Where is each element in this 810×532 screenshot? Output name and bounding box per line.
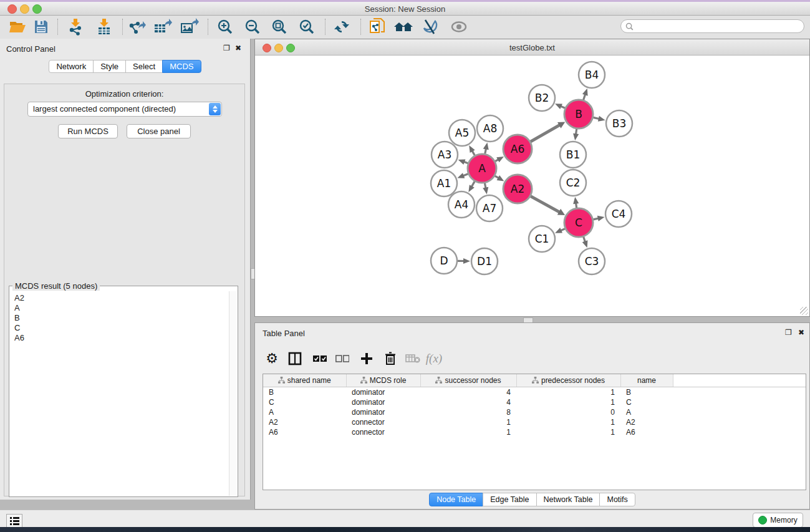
table-header[interactable]: shared nameMCDS rolesuccessor nodesprede… [263,374,806,387]
optimization-criterion-dropdown[interactable]: largest connected component (directed) [27,102,222,117]
select-all-columns-icon[interactable] [311,349,329,368]
tab-node-table[interactable]: Node Table [429,493,483,506]
table-cell[interactable]: A2 [263,417,346,427]
table-body[interactable]: Bdominator41BCdominator41CAdominator80AA… [263,387,806,438]
table-cell[interactable]: dominator [346,387,420,398]
zoom-fit-icon[interactable] [269,16,290,37]
window-resize-grip[interactable] [800,307,808,315]
table-row[interactable]: A6connector11A6 [263,427,806,437]
column-header[interactable]: shared name [263,374,346,387]
table-cell[interactable]: dominator [346,397,420,407]
export-image-icon[interactable] [179,16,200,37]
table-cell[interactable]: 1 [516,387,620,398]
deselect-all-columns-icon[interactable] [333,349,352,368]
graph-edge-arrow-icon [483,187,488,195]
table-row[interactable]: Cdominator41C [263,397,806,407]
attribute-table[interactable]: shared nameMCDS rolesuccessor nodesprede… [263,374,806,437]
close-panel-button[interactable]: Close panel [127,124,191,138]
table-row[interactable]: Adominator80A [263,407,806,417]
table-cell[interactable]: 4 [420,387,516,398]
tab-edge-table[interactable]: Edge Table [483,493,536,506]
run-mcds-button[interactable]: Run MCDS [58,124,118,138]
graph-node-label: D1 [477,255,492,268]
table-options-icon[interactable]: ⚙ [263,349,281,368]
search-input[interactable] [636,21,794,31]
table-cell[interactable]: 4 [420,397,516,407]
table-cell[interactable]: A6 [263,427,346,437]
graph-node-label: C3 [585,255,599,268]
export-network-icon[interactable] [126,16,147,37]
table-cell[interactable]: 1 [420,427,516,437]
mcds-result-list[interactable]: A2ABCA6 [10,291,229,496]
toolbar-separator [122,19,123,35]
import-network-icon[interactable] [65,16,86,37]
save-session-icon[interactable] [31,16,52,37]
column-header[interactable]: successor nodes [420,374,516,387]
column-header[interactable]: predecessor nodes [516,374,620,387]
result-item[interactable]: B [14,313,229,323]
import-table-icon[interactable] [94,16,115,37]
open-session-icon[interactable] [7,16,28,37]
table-cell[interactable]: B [620,387,673,398]
task-history-button[interactable] [6,514,22,528]
network-from-selection-icon[interactable] [367,16,388,37]
memory-button[interactable]: Memory [753,513,803,528]
float-table-panel-icon[interactable]: ❐ [785,329,792,336]
toggle-vizmapper-icon[interactable] [420,16,441,37]
graph-edge-arrow-icon [573,197,579,205]
table-cell[interactable]: A [620,407,673,417]
result-item[interactable]: A2 [14,293,229,303]
network-graph[interactable]: B4B2BB3A5A8A6A3B1AA1C2A2A4A7C4CC1C3DD1 [255,56,809,316]
graph-node-label: A8 [483,122,497,135]
table-cell[interactable]: C [263,397,346,407]
zoom-in-icon[interactable] [215,16,236,37]
tab-mcds[interactable]: MCDS [162,60,201,73]
column-header[interactable]: MCDS role [346,374,420,387]
table-cell[interactable]: 1 [420,417,516,427]
zoom-out-icon[interactable] [242,16,263,37]
result-item[interactable]: C [14,323,229,333]
result-item[interactable]: A [14,303,229,313]
graph-edge[interactable] [531,125,561,142]
table-cell[interactable]: B [263,387,346,398]
table-cell[interactable]: A6 [620,427,673,437]
table-cell[interactable]: 1 [516,427,620,437]
delete-table-icon[interactable] [403,349,422,368]
table-cell[interactable]: 8 [420,407,516,417]
tab-network[interactable]: Network [49,60,94,73]
apply-layout-icon[interactable] [331,16,352,37]
zoom-selected-icon[interactable] [296,16,317,37]
table-row[interactable]: A2connector11A2 [263,417,806,427]
close-table-panel-icon[interactable]: ✖ [798,329,804,336]
tab-motifs[interactable]: Motifs [599,493,635,506]
float-panel-icon[interactable]: ❐ [223,44,230,52]
create-column-icon[interactable] [357,349,376,368]
search-box[interactable] [620,19,804,33]
table-cell[interactable]: connector [346,427,420,437]
dropdown-stepper-icon[interactable] [209,103,221,115]
show-hide-graphics-icon[interactable] [448,16,470,37]
function-builder-icon[interactable]: f(x) [425,349,443,368]
column-header-filler [673,374,806,387]
tab-network-table[interactable]: Network Table [536,493,600,506]
table-cell[interactable]: A2 [620,417,673,427]
result-item[interactable]: A6 [14,333,229,343]
tab-style[interactable]: Style [93,60,126,73]
delete-columns-icon[interactable] [381,349,400,368]
table-cell[interactable]: 1 [516,417,620,427]
graph-edge[interactable] [531,196,560,213]
result-scrollbar[interactable] [229,291,237,496]
show-all-networks-icon[interactable] [393,16,414,37]
table-cell[interactable]: A [263,407,346,417]
table-cell[interactable]: C [620,397,673,407]
close-panel-icon[interactable]: ✖ [235,44,241,52]
table-cell[interactable]: dominator [346,407,420,417]
column-header[interactable]: name [620,374,673,387]
tab-select[interactable]: Select [125,60,163,73]
export-table-icon[interactable] [152,16,173,37]
table-cell[interactable]: connector [346,417,420,427]
show-column-panel-icon[interactable] [286,349,304,368]
table-cell[interactable]: 1 [516,397,620,407]
table-row[interactable]: Bdominator41B [263,387,806,398]
table-cell[interactable]: 0 [516,407,620,417]
